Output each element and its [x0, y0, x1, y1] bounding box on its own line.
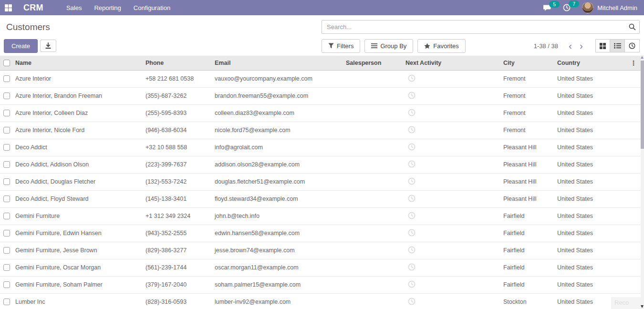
select-all-checkbox[interactable] [3, 60, 10, 66]
header-name[interactable]: Name [13, 56, 143, 70]
header-country[interactable]: Country [555, 56, 606, 70]
row-checkbox[interactable] [3, 127, 10, 134]
next-activity-clock-icon[interactable] [408, 74, 415, 83]
row-checkbox[interactable] [3, 299, 10, 305]
table-row[interactable]: Deco Addict, Douglas Fletcher (132)-553-… [0, 173, 641, 190]
row-checkbox[interactable] [3, 93, 10, 99]
next-activity-clock-icon[interactable] [408, 195, 415, 204]
header-phone[interactable]: Phone [143, 56, 212, 70]
table-row[interactable]: Gemini Furniture, Soham Palmer (379)-167… [0, 276, 641, 293]
row-checkbox[interactable] [3, 196, 10, 202]
filters-button[interactable]: Filters [322, 39, 360, 53]
row-checkbox[interactable] [3, 110, 10, 116]
cell-salesperson [343, 122, 403, 139]
row-checkbox[interactable] [3, 281, 10, 288]
pager-previous-button[interactable]: ‹ [565, 41, 576, 51]
cell-email: addison.olson28@example.com [212, 156, 343, 173]
next-activity-clock-icon[interactable] [408, 160, 415, 169]
row-checkbox[interactable] [3, 161, 10, 168]
activity-view-button[interactable] [625, 39, 640, 52]
cell-country: United States [555, 225, 606, 242]
table-row[interactable]: Azure Interior, Brandon Freeman (355)-68… [0, 87, 641, 104]
cell-next-activity [403, 259, 501, 276]
next-activity-clock-icon[interactable] [408, 92, 415, 101]
next-activity-clock-icon[interactable] [408, 229, 415, 238]
table-row[interactable]: Gemini Furniture, Oscar Morgan (561)-239… [0, 259, 641, 276]
cell-name: Lumber Inc [13, 293, 143, 309]
table-header-row: Name Phone Email Salesperson Next Activi… [0, 56, 641, 70]
table-row[interactable]: Azure Interior, Colleen Diaz (255)-595-8… [0, 104, 641, 122]
next-activity-clock-icon[interactable] [408, 246, 415, 255]
activities-button[interactable]: 7 [563, 4, 571, 11]
cell-salesperson [343, 104, 403, 122]
list-view-button[interactable] [610, 39, 625, 52]
next-activity-clock-icon[interactable] [408, 280, 415, 289]
next-activity-clock-icon[interactable] [408, 143, 415, 152]
cell-phone: (223)-399-7637 [143, 156, 212, 173]
menu-sales[interactable]: Sales [66, 4, 82, 11]
cell-name: Azure Interior, Brandon Freeman [13, 87, 143, 104]
table-row[interactable]: Gemini Furniture +1 312 349 2324 john.b@… [0, 207, 641, 225]
row-checkbox[interactable] [3, 144, 10, 151]
group-by-button[interactable]: Group By [364, 39, 413, 53]
table-row[interactable]: Deco Addict, Addison Olson (223)-399-763… [0, 156, 641, 173]
row-checkbox[interactable] [3, 213, 10, 219]
cell-salesperson [343, 276, 403, 293]
pager-next-button[interactable]: › [576, 41, 587, 51]
cell-next-activity [403, 207, 501, 225]
cell-name: Gemini Furniture, Jesse Brown [13, 242, 143, 259]
export-button[interactable] [40, 40, 56, 52]
scroll-down-arrow[interactable] [641, 305, 644, 308]
next-activity-clock-icon[interactable] [408, 298, 415, 307]
search-input[interactable] [322, 20, 640, 34]
funnel-icon [328, 43, 334, 49]
list-view-icon [614, 43, 621, 49]
messages-button[interactable]: 5 [543, 4, 551, 11]
next-activity-clock-icon[interactable] [408, 177, 415, 186]
cell-country: United States [555, 122, 606, 139]
header-city[interactable]: City [501, 56, 555, 70]
optional-columns-icon[interactable]: ⋮ [630, 59, 637, 67]
menu-reporting[interactable]: Reporting [94, 4, 121, 11]
menu-configuration[interactable]: Configuration [134, 4, 170, 11]
table-row[interactable]: Deco Addict +32 10 588 558 info@agrolait… [0, 139, 641, 156]
next-activity-clock-icon[interactable] [408, 263, 415, 272]
cell-next-activity [403, 70, 501, 87]
row-checkbox[interactable] [3, 264, 10, 271]
create-button[interactable]: Create [4, 39, 38, 53]
next-activity-clock-icon[interactable] [408, 109, 415, 118]
user-menu[interactable]: Mitchell Admin [582, 2, 637, 13]
favorites-button[interactable]: Favorites [417, 39, 465, 53]
cell-city: Fremont [501, 104, 555, 122]
search-icon[interactable] [629, 23, 636, 31]
apps-menu-icon[interactable] [5, 4, 12, 11]
cell-next-activity [403, 293, 501, 309]
table-row[interactable]: Azure Interior +58 212 681 0538 vauxoo@y… [0, 70, 641, 87]
row-checkbox[interactable] [3, 247, 10, 254]
table-row[interactable]: Azure Interior, Nicole Ford (946)-638-60… [0, 122, 641, 139]
activity-view-icon [629, 42, 635, 49]
kanban-view-button[interactable] [595, 39, 610, 52]
table-row[interactable]: Gemini Furniture, Jesse Brown (829)-386-… [0, 242, 641, 259]
cell-name: Gemini Furniture, Oscar Morgan [13, 259, 143, 276]
scrollbar-thumb[interactable] [641, 61, 644, 149]
header-email[interactable]: Email [212, 56, 343, 70]
header-next-activity[interactable]: Next Activity [403, 56, 501, 70]
cell-city: Fairfield [501, 276, 555, 293]
next-activity-clock-icon[interactable] [408, 212, 415, 221]
vertical-scrollbar[interactable] [641, 55, 644, 309]
table-row[interactable]: Deco Addict, Floyd Steward (145)-138-340… [0, 190, 641, 207]
next-activity-clock-icon[interactable] [408, 126, 415, 135]
cell-country: United States [555, 190, 606, 207]
cell-name: Gemini Furniture, Edwin Hansen [13, 225, 143, 242]
row-checkbox[interactable] [3, 230, 10, 237]
row-checkbox[interactable] [3, 75, 10, 82]
scroll-up-arrow[interactable] [641, 56, 644, 59]
avatar [582, 2, 593, 13]
cell-phone: (561)-239-1744 [143, 259, 212, 276]
table-row[interactable]: Gemini Furniture, Edwin Hansen (943)-352… [0, 225, 641, 242]
cell-email: oscar.morgan11@example.com [212, 259, 343, 276]
header-salesperson[interactable]: Salesperson [343, 56, 403, 70]
row-checkbox[interactable] [3, 178, 10, 185]
table-row[interactable]: Lumber Inc (828)-316-0593 lumber-inv92@e… [0, 293, 641, 309]
